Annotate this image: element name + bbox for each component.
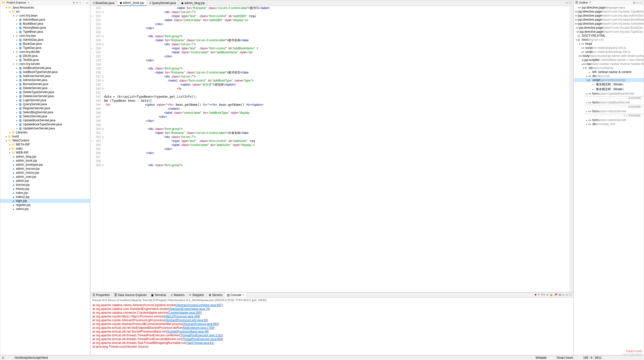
tree-item[interactable]: ▾com.hry.bean <box>0 14 90 18</box>
tree-item[interactable]: ▸AdminServlet.java <box>0 78 90 82</box>
outline-item[interactable]: —修改模态框（Modal） <box>574 87 644 92</box>
tree-item[interactable]: ▸BookDao.java <box>0 42 90 46</box>
editor-tab[interactable]: ◆admin_blog.jsp <box>179 0 208 6</box>
editor-tab[interactable]: JQueryServlet.java <box>147 0 179 6</box>
outline-item[interactable]: <>jsp:directive.page import=com.hry.bean… <box>574 18 644 22</box>
tree-item[interactable]: history.jsp <box>0 187 90 191</box>
bottom-tab[interactable]: 🗄Data Source Explorer <box>112 293 149 298</box>
scroll-lock-icon[interactable]: 🔒 <box>550 293 553 297</box>
code-area[interactable]: <label for="firstname" class="col-sm-3 c… <box>103 6 570 292</box>
outline-item[interactable]: ▾<>body class=bootstrap-admin-with-small… <box>574 54 644 58</box>
maximize-icon[interactable]: ▢ <box>569 293 572 297</box>
editor-tab[interactable]: ◆admin_book.jsp <box>117 0 147 6</box>
outline-item[interactable]: <>jsp:directive.page import=com.hry.dao.… <box>574 26 644 30</box>
tree-item[interactable]: ▸📁WEB-INF <box>0 151 90 155</box>
tree-item[interactable]: ▸UpdateUserServlet.java <box>0 126 90 130</box>
bottom-tab[interactable]: ✂Snippets <box>187 293 206 298</box>
tree-item[interactable]: borrow.jsp <box>0 183 90 187</box>
open-console-icon[interactable]: ▭ <box>562 293 565 297</box>
outline-item[interactable]: —left, vertical navbar & content <box>574 70 644 74</box>
remove-all-icon[interactable]: ✕✕ <box>541 293 545 297</box>
outline-item[interactable]: <>jsp:directive.page import=com.hry.bean… <box>574 10 644 14</box>
tree-item[interactable]: ▸AddBookTypeServlet.java <box>0 70 90 74</box>
filter-icon[interactable]: ▽ <box>79 1 81 4</box>
outline-item[interactable]: ▸<>form action=AdminServlet <box>574 109 644 113</box>
outline-item[interactable]: ▸<>form action=AddBookServlet <box>574 100 644 104</box>
display-icon[interactable]: ▤ <box>559 293 561 297</box>
pin-icon[interactable]: 📌 <box>554 293 558 297</box>
link-icon[interactable]: ⇔ <box>76 1 78 4</box>
tree-item[interactable]: ▸SelectServlet.java <box>0 114 90 118</box>
outline-item[interactable]: ⊏jsp:scriptlet : AdminBean admin = new A… <box>574 58 644 62</box>
bottom-tab[interactable]: ☰Properties <box>90 293 112 298</box>
tree-item[interactable]: ▸DbUtil.java <box>0 54 90 58</box>
tree-item[interactable]: ▸DeleteTypeServlet.java <box>0 90 90 94</box>
tree-item[interactable]: login.jsp <box>0 199 90 203</box>
tree-item[interactable]: admin_booktype.jsp <box>0 163 90 167</box>
tree-item[interactable]: ▾com.hry.dao <box>0 34 90 38</box>
tree-item[interactable]: ▸QueryServlet.java <box>0 102 90 106</box>
maximize-icon[interactable]: ▢ <box>640 1 642 4</box>
tree-item[interactable]: admin_user.jsp <box>0 175 90 179</box>
tree-item[interactable]: ▸RegisterServlet.java <box>0 106 90 110</box>
tree-item[interactable]: ▸TypeBean.java <box>0 30 90 34</box>
outline-item[interactable]: <>jsp:directive.page import=com.hry.dao.… <box>574 30 644 34</box>
tree-item[interactable]: ▸DeleteUserServlet.java <box>0 94 90 98</box>
tree-item[interactable]: ▸AdminDao.java <box>0 38 90 42</box>
tree-item[interactable]: ▸SelectBlogServlet.java <box>0 110 90 114</box>
tree-item[interactable]: ▸📁build <box>0 134 90 138</box>
tree-item[interactable]: ▸BookBean.java <box>0 22 90 26</box>
outline-item[interactable]: <>script src=static/js/bootstrap.min.js <box>574 50 644 54</box>
tree-item[interactable]: register.jsp <box>0 203 90 207</box>
outline-item[interactable]: ▸<>head <box>574 42 644 46</box>
tree-item[interactable]: ▸TestDb.java <box>0 58 90 62</box>
bottom-tab[interactable]: ▤Console× <box>225 293 247 298</box>
outline-item[interactable]: —修改模态框（Modal） <box>574 82 644 87</box>
terminate-icon[interactable]: ■ <box>535 293 536 297</box>
close-icon[interactable]: × <box>28 1 29 4</box>
bottom-tab[interactable]: ▣Terminal <box>149 293 168 298</box>
tree-item[interactable]: admin_book.jsp <box>0 159 90 163</box>
tree-item[interactable]: ▾📁Java Resources <box>0 6 90 10</box>
tree-item[interactable]: select.jsp <box>0 207 90 211</box>
tree-item[interactable]: ▸LoginServlet.java <box>0 98 90 102</box>
tree-item[interactable]: ▾com.hry.servlet <box>0 62 90 66</box>
outline-item[interactable]: ▸<>div class=row <box>574 74 644 78</box>
tree-item[interactable]: ▸BorrowServlet.java <box>0 82 90 86</box>
outline-item[interactable]: ▾⊏script type=text/javascript <box>574 78 644 82</box>
tree-item[interactable]: ▸AdminBean.java <box>0 18 90 22</box>
bottom-tabs[interactable]: ☰Properties🗄Data Source Explorer▣Termina… <box>90 293 573 298</box>
outline-item[interactable]: ⊡DOCTYPE:HTML <box>574 34 644 38</box>
tree-item[interactable]: ▸HistoryBean.java <box>0 26 90 30</box>
explorer-tree[interactable]: ▾📁Java Resources▾📁src▾com.hry.bean▸Admin… <box>0 5 90 211</box>
tree-item[interactable]: ▾📁WebContent <box>0 138 90 142</box>
bottom-tab[interactable]: ⚠Markers <box>168 293 187 298</box>
outline-item[interactable]: ▸<>nav class=navbar navbar-inverse navba… <box>574 62 644 66</box>
tree-item[interactable]: ▸📁Libraries <box>0 130 90 134</box>
outline-item[interactable]: ▾⊡html lang=zh-CN <box>574 38 644 42</box>
outline-item[interactable]: ▸<>div id=modal_info <box>574 122 644 126</box>
tree-item[interactable]: admin_borrow.jsp <box>0 167 90 171</box>
tree-item[interactable]: ▸DeleteServlet.java <box>0 86 90 90</box>
tree-item[interactable]: ▾com.hry.dbUtils <box>0 50 90 54</box>
maximize-icon[interactable]: ▢ <box>569 1 572 5</box>
console-body[interactable]: at org.apache.catalina.valves.AbstractAc… <box>90 303 573 355</box>
menu-icon[interactable]: ⋮ <box>82 1 85 4</box>
tree-item[interactable]: ▸AddBookServlet.java <box>0 66 90 70</box>
tree-item[interactable]: admin_history.jsp <box>0 171 90 175</box>
outline-tree[interactable]: <>jsp:directive.page language=java<>jsp:… <box>574 5 644 355</box>
minimize2-icon[interactable]: ▭ <box>566 293 568 297</box>
minimize-icon[interactable]: ▭ <box>86 1 88 4</box>
bottom-tab[interactable]: 🖥Servers <box>206 293 225 298</box>
outline-item[interactable]: ▸<>form action=AdminServlet <box>574 118 644 122</box>
tree-item[interactable]: ▸📁static <box>0 147 90 151</box>
tree-item[interactable]: ▸TypeDao.java <box>0 46 90 50</box>
tree-item[interactable]: index2.jsp <box>0 195 90 199</box>
tree-item[interactable]: ▸📁META-INF <box>0 142 90 147</box>
sort-icon[interactable]: ⊞ <box>633 1 635 4</box>
minimize-icon[interactable]: ▭ <box>636 1 639 4</box>
outline-item[interactable]: <>jsp:directive.page language=java <box>574 6 644 10</box>
editor-tabs[interactable]: JBookDao.java◆admin_book.jspJQueryServle… <box>90 0 573 6</box>
minimize-icon[interactable]: ▭ <box>566 1 568 5</box>
tree-item[interactable]: ▸AddUserServlet.java <box>0 74 90 78</box>
